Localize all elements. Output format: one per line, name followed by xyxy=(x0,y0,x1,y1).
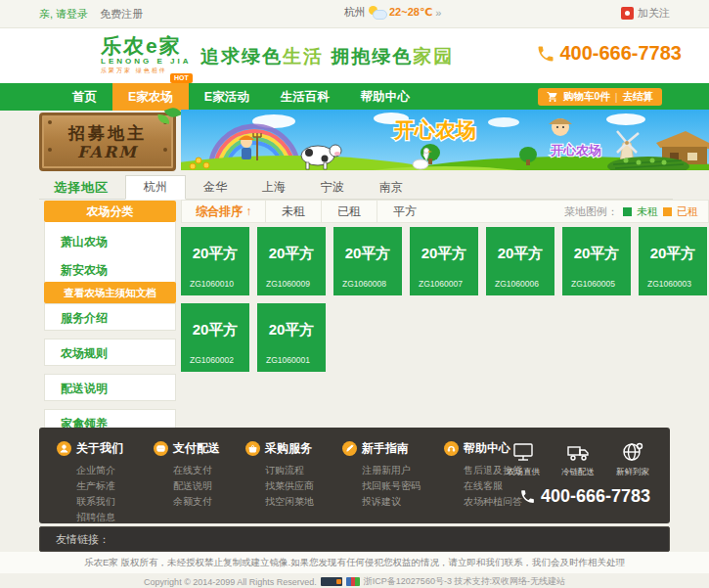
footer-services: 农场直供 冷链配送 新鲜到家 xyxy=(500,441,656,478)
logo[interactable]: 乐农e家 LENONG E JIA 乐聚万家 绿色相伴 xyxy=(54,34,191,75)
footer-link[interactable]: 企业简介 xyxy=(76,463,140,478)
plot-tile[interactable]: 20平方ZG1060001 xyxy=(257,303,326,372)
plot-size: 20平方 xyxy=(257,321,326,339)
region-tab-jinhua[interactable]: 金华 xyxy=(186,175,244,199)
filter-tab-area[interactable]: 平方 xyxy=(377,201,432,222)
truck-icon xyxy=(566,441,590,463)
plot-size: 20平方 xyxy=(181,245,249,263)
weather-city: 杭州 xyxy=(344,5,366,20)
cart-button[interactable]: 购物车0件 | 去结算 xyxy=(538,88,662,106)
footer-link[interactable]: 投诉建议 xyxy=(362,494,430,510)
region-tab-hangzhou[interactable]: 杭州 xyxy=(125,175,186,200)
plot-tile[interactable]: 20平方ZG1060009 xyxy=(257,227,326,295)
basket-icon xyxy=(245,441,260,456)
legend-rented-swatch xyxy=(663,207,672,216)
region-tab-shanghai[interactable]: 上海 xyxy=(244,175,303,199)
header-hotline: 400-666-7783 xyxy=(536,42,682,65)
globe-location-icon xyxy=(621,441,644,463)
register-link[interactable]: 免费注册 xyxy=(100,7,143,22)
nav-farm-label: E家农场 xyxy=(128,90,173,104)
cert-badge-icon[interactable] xyxy=(346,577,360,586)
plot-tile[interactable]: 20平方ZG1060010 xyxy=(181,227,249,295)
hero-banner[interactable]: 开心农场 开心农场 xyxy=(181,110,709,170)
nav-activity[interactable]: E家活动 xyxy=(189,83,265,111)
phone-icon xyxy=(536,44,555,64)
logo-name: 乐农e家 xyxy=(101,35,191,57)
footer-hotline: 400-666-7783 xyxy=(519,486,650,507)
checkout-label[interactable]: 去结算 xyxy=(623,90,654,104)
plot-code: ZG1060005 xyxy=(571,279,615,289)
nav-home[interactable]: 首页 xyxy=(57,83,112,111)
filter-bar: 综合排序 ↑ 未租 已租 平方 菜地图例： 未租 已租 xyxy=(181,200,709,223)
footer-col-heading: 采购服务 xyxy=(265,440,312,457)
nav-life[interactable]: 生活百科 xyxy=(265,83,345,111)
plot-tile[interactable]: 20平方ZG1060008 xyxy=(333,227,402,295)
login-link[interactable]: 亲, 请登录 xyxy=(39,7,88,22)
headset-icon xyxy=(444,441,459,456)
plot-size: 20平方 xyxy=(257,245,326,263)
recruit-landlord-sign[interactable]: 招募地主 FARM xyxy=(39,113,176,171)
footer-col-heading: 关于我们 xyxy=(76,440,123,457)
doc-farm-rules[interactable]: 农场规则 xyxy=(44,339,176,366)
plot-tile[interactable]: 20平方ZG1060005 xyxy=(562,227,631,295)
region-tab-nanjing[interactable]: 南京 xyxy=(362,175,421,199)
follow-link[interactable]: 加关注 xyxy=(621,6,670,21)
footer-link[interactable]: 订购流程 xyxy=(265,463,329,478)
plot-tile[interactable]: 20平方ZG1060006 xyxy=(486,227,554,295)
footer-link[interactable]: 找菜供应商 xyxy=(265,478,329,494)
footer-link[interactable]: 余额支付 xyxy=(173,494,232,510)
region-tab-ningbo[interactable]: 宁波 xyxy=(303,175,362,199)
footer-col-payment: 支付配送 在线支付 配送说明 余额支付 xyxy=(154,440,232,525)
farm-link-xiaoshan[interactable]: 萧山农场 xyxy=(45,228,175,256)
sort-label: 综合排序 xyxy=(196,204,243,218)
weibo-icon xyxy=(621,7,634,20)
hotline-number: 400-666-7783 xyxy=(559,42,682,65)
plot-size: 20平方 xyxy=(639,245,707,263)
nav-help[interactable]: 帮助中心 xyxy=(345,83,425,111)
footer-link[interactable]: 在线支付 xyxy=(173,463,232,478)
farm-link-xinan[interactable]: 新安农场 xyxy=(45,256,175,285)
weather-more-arrow[interactable]: » xyxy=(435,7,441,19)
cart-count-label: 购物车0件 xyxy=(563,90,610,104)
plot-code: ZG1060007 xyxy=(419,279,463,289)
doc-delivery-info[interactable]: 配送说明 xyxy=(44,374,176,401)
footer-link[interactable]: 找回账号密码 xyxy=(362,478,430,494)
icp-text: 浙ICP备12027560号-3 技术支持:双收网络-无线建站 xyxy=(364,575,565,588)
footer-link[interactable]: 找空闲菜地 xyxy=(265,494,329,510)
footer-link[interactable]: 生产标准 xyxy=(76,478,140,494)
plot-size: 20平方 xyxy=(333,245,402,263)
plot-tile[interactable]: 20平方ZG1060002 xyxy=(181,303,249,372)
footer-col-heading: 支付配送 xyxy=(173,440,220,457)
sign-title: 招募地主 xyxy=(42,122,173,145)
sort-button[interactable]: 综合排序 ↑ xyxy=(182,204,265,220)
nav-farm[interactable]: E家农场 HOT xyxy=(112,83,189,111)
plot-code: ZG1060008 xyxy=(342,279,386,289)
footer-link[interactable]: 招聘信息 xyxy=(76,510,140,525)
filter-tab-rented[interactable]: 已租 xyxy=(321,201,377,222)
slogan-seg3: 拥抱绿色 xyxy=(331,46,413,67)
footer-link[interactable]: 配送说明 xyxy=(173,478,232,494)
legend-free-swatch xyxy=(623,207,632,216)
pen-icon xyxy=(342,441,357,456)
doc-service-intro[interactable]: 服务介绍 xyxy=(44,303,176,331)
user-icon xyxy=(57,441,71,456)
plot-size: 20平方 xyxy=(486,245,554,263)
filter-tab-unrented[interactable]: 未租 xyxy=(265,201,321,222)
slogan-seg4: 家园 xyxy=(413,46,454,67)
copyright-bar: Copyright © 2014-2099 All Rights Reserve… xyxy=(0,575,709,588)
service-farm-direct: 农场直供 xyxy=(500,441,547,478)
service-label: 新鲜到家 xyxy=(609,467,656,478)
plot-tile[interactable]: 20平方ZG1060003 xyxy=(639,227,707,295)
footer-col-about: 关于我们 企业简介 生产标准 联系我们 招聘信息 xyxy=(57,440,140,525)
footer-col-purchase: 采购服务 订购流程 找菜供应商 找空闲菜地 xyxy=(245,440,329,525)
follow-label: 加关注 xyxy=(638,6,670,21)
plot-tile[interactable]: 20平方ZG1060007 xyxy=(410,227,478,295)
footer-link[interactable]: 注册新用户 xyxy=(362,463,430,478)
logo-subtitle: LENONG E JIA xyxy=(101,57,191,66)
cnzz-badge-icon[interactable] xyxy=(321,577,342,586)
footer-col-heading: 新手指南 xyxy=(362,440,409,457)
disclaimer-text: 乐农E家 版权所有，未经授权禁止复制或建立镜像.如果您发现有任何侵犯您权益的情况… xyxy=(0,552,709,573)
footer-link[interactable]: 联系我们 xyxy=(76,494,140,510)
sign-subtitle: FARM xyxy=(42,143,173,161)
weather-widget[interactable]: 杭州 22~28℃ » xyxy=(344,5,441,20)
